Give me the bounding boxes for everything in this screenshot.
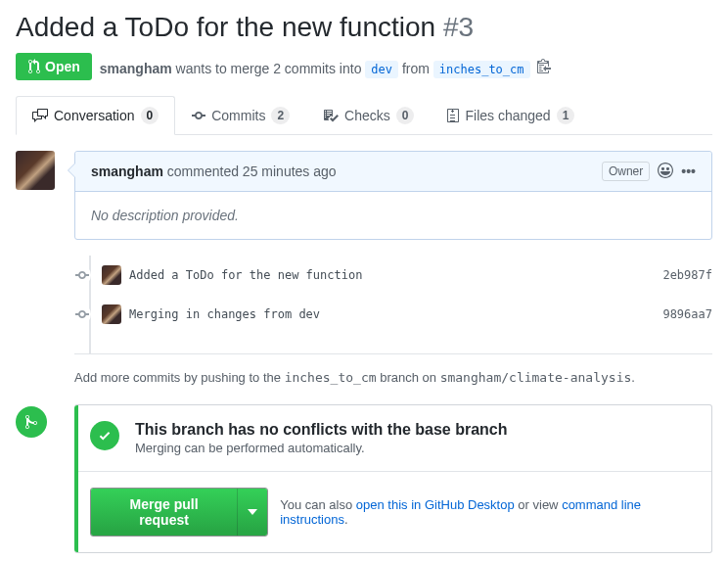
pr-author-link[interactable]: smangham (100, 61, 172, 76)
merge-button-group: Merge pull request (90, 488, 268, 537)
commit-timeline: Added a ToDo for the new function2eb987f… (90, 256, 712, 353)
checklist-icon (323, 108, 339, 123)
commits-count: 2 (271, 107, 290, 124)
emoji-reaction-icon[interactable] (658, 163, 673, 181)
comment-timestamp-link[interactable]: 25 minutes ago (243, 164, 337, 179)
pr-state-row: Open smangham wants to merge 2 commits i… (16, 53, 712, 80)
commit-node-icon (73, 265, 91, 285)
pr-title: Added a ToDo for the new function #3 (16, 10, 712, 45)
git-pull-request-icon (27, 59, 41, 74)
file-diff-icon (447, 108, 459, 123)
base-ref[interactable]: dev (365, 61, 398, 78)
avatar[interactable] (102, 265, 121, 285)
commit-sha-link[interactable]: 2eb987f (662, 268, 712, 282)
merge-description: smangham wants to merge 2 commits into d… (100, 58, 552, 76)
checks-count: 0 (396, 107, 415, 124)
merge-box: This branch has no conflicts with the ba… (74, 404, 712, 553)
tab-files-changed[interactable]: Files changed 1 (431, 96, 591, 134)
merge-panel: This branch has no conflicts with the ba… (16, 404, 712, 553)
comment-header: smangham commented 25 minutes ago Owner … (75, 152, 711, 192)
pr-title-text: Added a ToDo for the new function (16, 12, 435, 42)
push-more-commits-hint: Add more commits by pushing to the inche… (74, 370, 712, 385)
copy-branch-icon[interactable] (537, 61, 551, 76)
conversation-count: 0 (141, 107, 159, 124)
head-ref[interactable]: inches_to_cm (433, 61, 530, 78)
check-circle-icon (90, 421, 119, 450)
tab-commits[interactable]: Commits 2 (175, 96, 306, 134)
comment-discussion-icon (32, 108, 48, 123)
pr-number: #3 (443, 12, 474, 42)
merge-options-dropdown[interactable] (237, 489, 267, 536)
tab-conversation[interactable]: Conversation 0 (16, 96, 175, 135)
merge-pull-request-button[interactable]: Merge pull request (91, 489, 237, 536)
caret-down-icon (248, 509, 257, 515)
git-merge-status-icon (16, 406, 47, 438)
comment-body: No description provided. (75, 192, 711, 239)
avatar[interactable] (16, 151, 55, 190)
git-commit-icon (192, 108, 205, 123)
commit-message-link[interactable]: Added a ToDo for the new function (129, 268, 362, 282)
avatar[interactable] (102, 304, 121, 324)
state-open-badge: Open (16, 53, 92, 80)
comment: smangham commented 25 minutes ago Owner … (74, 151, 712, 240)
owner-badge: Owner (602, 162, 650, 181)
timeline-commit-item: Merging in changes from dev9896aa7 (74, 295, 712, 334)
commit-message-link[interactable]: Merging in changes from dev (129, 307, 320, 321)
commit-sha-link[interactable]: 9896aa7 (662, 307, 712, 321)
comment-author-link[interactable]: smangham (91, 164, 163, 179)
merge-hint-text: You can also open this in GitHub Desktop… (280, 497, 696, 527)
commit-node-icon (73, 304, 91, 324)
timeline-commit-item: Added a ToDo for the new function2eb987f (74, 256, 712, 295)
divider (74, 353, 712, 354)
state-open-label: Open (45, 59, 80, 74)
kebab-menu-icon[interactable]: ••• (681, 164, 696, 179)
pr-tabnav: Conversation 0 Commits 2 Checks 0 Files … (16, 96, 712, 135)
files-changed-count: 1 (557, 107, 575, 124)
open-github-desktop-link[interactable]: open this in GitHub Desktop (356, 497, 515, 512)
merge-status-subtitle: Merging can be performed automatically. (135, 441, 508, 455)
tab-checks[interactable]: Checks 0 (306, 96, 431, 134)
merge-status-title: This branch has no conflicts with the ba… (135, 421, 508, 439)
